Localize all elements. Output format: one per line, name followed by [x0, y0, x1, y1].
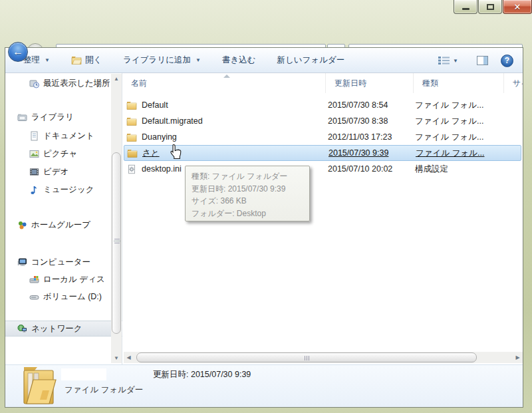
minimize-button[interactable] [454, 0, 477, 14]
add-to-library-label: ライブラリに追加 [123, 55, 191, 66]
file-modified: 2015/07/30 9:39 [329, 148, 388, 158]
sidebar-scrollbar[interactable]: ▲ ▼ [111, 74, 122, 363]
views-button[interactable]: ▼ [432, 53, 464, 69]
libraries-icon [17, 112, 27, 122]
scroll-right-icon[interactable]: ▶ [513, 352, 523, 363]
file-modified: 2015/07/30 8:38 [328, 116, 388, 126]
sidebar-label: ライブラリ [31, 112, 74, 123]
sidebar-label: ネットワーク [31, 323, 82, 335]
sidebar-item-network[interactable]: ネットワーク [5, 321, 122, 337]
new-folder-button[interactable]: 新しいフォルダー [271, 51, 351, 69]
sidebar-label: ミュージック [43, 184, 94, 196]
burn-label: 書き込む [222, 55, 256, 66]
folder-icon [127, 148, 138, 158]
preview-pane-button[interactable] [471, 53, 494, 69]
window-controls: ✕ [454, 0, 532, 14]
computer-icon [17, 257, 27, 267]
file-row-duanying[interactable]: Duanying 2012/11/03 17:23 ファイル フォル... [124, 129, 521, 145]
sidebar-item-recent-places[interactable]: 最近表示した場所 [5, 76, 122, 90]
sidebar-item-local-disk[interactable]: ローカル ディス [5, 272, 122, 287]
burn-button[interactable]: 書き込む [216, 51, 262, 69]
tooltip-type: 種類: ファイル フォルダー [192, 170, 303, 183]
sidebar-label: ホームグループ [31, 219, 90, 231]
folder-tooltip: 種類: ファイル フォルダー 更新日時: 2015/07/30 9:39 サイズ… [185, 166, 310, 221]
sidebar-label: ドキュメント [43, 130, 94, 142]
scrollbar-thumb[interactable] [136, 352, 477, 362]
file-row-sato-hovered[interactable]: さと 2015/07/30 9:39 ファイル フォル... [124, 145, 521, 161]
help-button[interactable]: ? [501, 55, 513, 67]
scroll-down-icon[interactable]: ▼ [111, 353, 122, 363]
music-note-icon [29, 185, 39, 195]
sidebar-label: ボリューム (D:) [43, 291, 102, 303]
back-arrow-icon: ← [13, 46, 23, 58]
cursor-pointer-icon [169, 144, 182, 163]
sidebar-item-volume-d[interactable]: ボリューム (D:) [5, 289, 122, 304]
tooltip-modified: 更新日時: 2015/07/30 9:39 [192, 183, 303, 196]
scrollbar-thumb[interactable] [112, 152, 121, 334]
file-name: さと [142, 148, 160, 159]
scroll-up-icon[interactable]: ▲ [111, 74, 122, 84]
redacted-folder-name [61, 368, 106, 380]
sidebar-item-music[interactable]: ミュージック [5, 182, 122, 197]
local-disk-icon [29, 275, 39, 285]
open-button[interactable]: 開く [65, 51, 108, 69]
chevron-down-icon: ▼ [45, 57, 50, 63]
drive-icon [29, 292, 39, 302]
maximize-button[interactable] [478, 0, 502, 14]
horizontal-scrollbar[interactable]: ◀ ▶ [124, 352, 523, 363]
details-pane: 更新日時: 2015/07/30 9:39 ファイル フォルダー [5, 364, 523, 407]
chevron-down-icon: ▼ [453, 58, 458, 64]
ini-file-icon [126, 164, 137, 174]
tooltip-folder: フォルダー: Desktop [192, 207, 303, 220]
sidebar-item-videos[interactable]: ビデオ [5, 164, 122, 179]
file-name: Default.migrated [142, 116, 203, 126]
add-to-library-button[interactable]: ライブラリに追加▼ [117, 51, 207, 69]
command-toolbar: 整理▼ 開く ライブラリに追加▼ 書き込む 新しいフォルダー [5, 48, 523, 73]
views-icon [438, 56, 450, 65]
file-type: 構成設定 [415, 164, 448, 175]
navigation-bar: ← → ▼ ▶ ネットワーク ▶ PC2-WIN10 ▶ Users ▶ ▼ [0, 20, 532, 48]
column-header-modified[interactable]: 更新日時 [326, 73, 414, 93]
back-button[interactable]: ← [8, 42, 28, 62]
sidebar-item-computer[interactable]: コンピューター [5, 255, 122, 269]
file-modified: 2012/11/03 17:23 [328, 132, 392, 142]
file-name: Duanying [142, 132, 177, 142]
open-folder-icon [71, 55, 82, 65]
file-row-desktop-ini[interactable]: desktop.ini 2015/07/10 20:02 構成設定 [124, 161, 521, 177]
chevron-down-icon: ▼ [196, 57, 201, 63]
sidebar-item-documents[interactable]: ドキュメント [5, 128, 122, 143]
file-row-default[interactable]: Default 2015/07/30 8:54 ファイル フォル... [124, 97, 521, 113]
maximize-icon [487, 4, 494, 10]
new-folder-label: 新しいフォルダー [277, 55, 345, 66]
file-list: 名前 更新日時 種類 サイ Default 2015/07/30 8:54 ファ… [122, 73, 523, 364]
file-row-default-migrated[interactable]: Default.migrated 2015/07/30 8:38 ファイル フォ… [124, 113, 521, 129]
file-type: ファイル フォル... [415, 100, 483, 111]
tooltip-size: サイズ: 366 KB [192, 195, 303, 207]
column-header-type[interactable]: 種類 [414, 73, 504, 93]
sidebar-label: コンピューター [31, 257, 90, 268]
sidebar-item-pictures[interactable]: ピクチャ [5, 146, 122, 161]
sidebar-label: 最近表示した場所 [43, 78, 110, 89]
client-area: 整理▼ 開く ライブラリに追加▼ 書き込む 新しいフォルダー [5, 47, 523, 408]
sidebar-item-libraries[interactable]: ライブラリ [5, 110, 122, 124]
homegroup-icon [17, 220, 27, 230]
preview-pane-icon [477, 56, 488, 65]
sidebar-label: ピクチャ [43, 148, 77, 160]
close-icon: ✕ [514, 3, 521, 11]
file-name: Default [142, 100, 168, 110]
main-area: 最近表示した場所 ライブラリ ドキュメント ピクチャ ビデオ [5, 73, 523, 364]
recent-places-icon [29, 78, 39, 88]
sort-ascending-icon [223, 74, 230, 78]
file-type: ファイル フォル... [415, 132, 483, 143]
file-name: desktop.ini [142, 164, 182, 174]
details-modified: 更新日時: 2015/07/30 9:39 [153, 369, 251, 380]
sidebar-label: ローカル ディス [43, 274, 105, 285]
file-modified: 2015/07/30 8:54 [328, 100, 388, 110]
close-button[interactable]: ✕ [503, 0, 532, 14]
column-headers: 名前 更新日時 種類 サイ [122, 73, 523, 93]
folder-icon [126, 132, 137, 142]
folder-icon [126, 100, 137, 110]
sidebar-item-homegroup[interactable]: ホームグループ [5, 217, 122, 232]
column-header-size[interactable]: サイ [504, 73, 523, 93]
scroll-left-icon[interactable]: ◀ [124, 352, 134, 363]
